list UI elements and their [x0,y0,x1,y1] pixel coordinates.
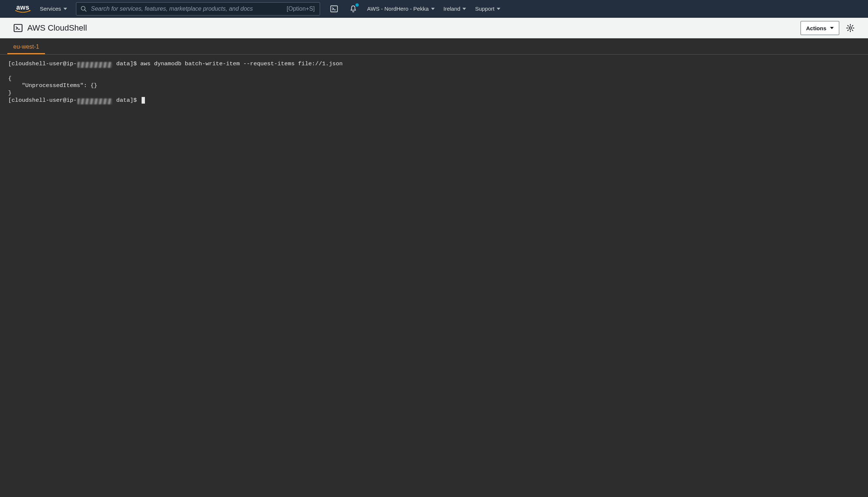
page-title-wrap: AWS CloudShell [13,23,87,33]
cloudshell-header: AWS CloudShell Actions [0,18,868,38]
services-menu[interactable]: Services [40,6,67,12]
chevron-down-icon [462,8,466,10]
region-menu[interactable]: Ireland [444,6,466,12]
redacted-ip [77,62,112,68]
tab-eu-west-1[interactable]: eu-west-1 [7,40,45,54]
tab-label: eu-west-1 [13,44,39,50]
notification-dot-icon [355,3,359,7]
header-actions: Actions [801,21,855,35]
support-menu[interactable]: Support [475,6,500,12]
terminal-line: } [8,90,11,96]
actions-button[interactable]: Actions [801,21,839,35]
cloudshell-icon-button[interactable] [329,4,339,14]
terminal-line: [cloudshell-user@ip- data]$ [8,97,860,104]
chevron-down-icon [63,8,67,10]
terminal-line: "UnprocessedItems": {} [8,82,97,89]
account-menu[interactable]: AWS - NordHero - Pekka [367,6,435,12]
svg-line-1 [84,10,86,11]
command-text: aws dynamodb batch-write-item --request-… [140,60,343,68]
prompt-suffix: data]$ [113,60,140,68]
support-label: Support [475,6,494,12]
terminal-line: [cloudshell-user@ip- data]$ aws dynamodb… [8,60,860,68]
svg-point-6 [849,27,851,29]
terminal-output[interactable]: [cloudshell-user@ip- data]$ aws dynamodb… [0,55,868,497]
region-label: Ireland [444,6,461,12]
terminal-line: { [8,75,11,82]
services-label: Services [40,6,61,12]
gear-icon [846,24,855,32]
prompt-suffix: data]$ [113,97,140,104]
terminal-icon [13,23,23,33]
chevron-down-icon [431,8,435,10]
search-shortcut-hint: [Option+S] [287,6,315,12]
aws-smile-icon [15,10,31,14]
aws-top-nav: aws Services [Option+S] AWS - NordH [0,0,868,18]
global-search: [Option+S] [76,2,320,15]
terminal-icon [330,5,338,13]
search-icon [80,6,87,12]
region-tabs: eu-west-1 [0,38,868,55]
redacted-ip [77,98,112,104]
account-label: AWS - NordHero - Pekka [367,6,429,12]
chevron-down-icon [830,27,834,29]
notifications-button[interactable] [348,4,358,14]
chevron-down-icon [497,8,500,10]
cursor-icon [142,97,145,104]
actions-label: Actions [806,25,826,31]
aws-logo[interactable]: aws [15,4,31,14]
search-input[interactable] [76,2,320,15]
prompt-user: [cloudshell-user@ip- [8,97,77,104]
settings-button[interactable] [846,24,855,32]
prompt-user: [cloudshell-user@ip- [8,60,77,68]
page-title: AWS CloudShell [27,23,87,33]
